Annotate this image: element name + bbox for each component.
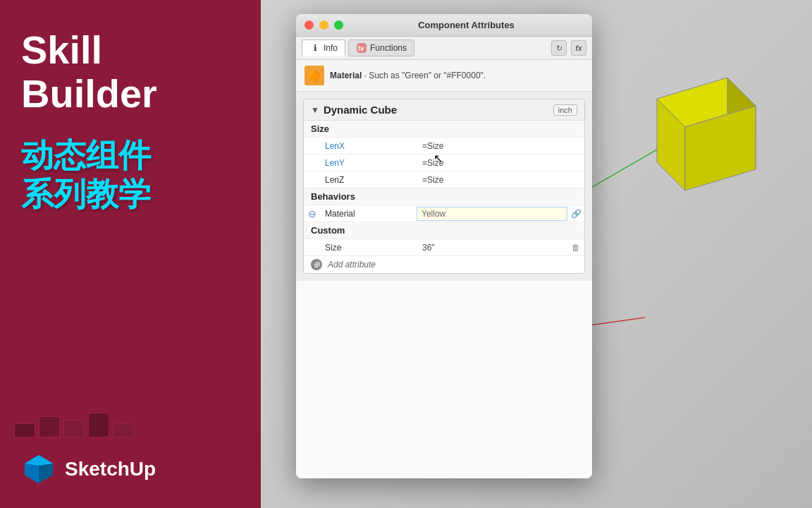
- chinese-line2: 系列教学: [21, 176, 151, 212]
- svg-marker-1: [25, 455, 53, 466]
- material-value[interactable]: Yellow: [417, 207, 567, 221]
- tab-functions-label: Functions: [370, 43, 407, 53]
- close-button[interactable]: [304, 20, 314, 30]
- toolbar-actions: ↻ fx: [551, 40, 586, 56]
- sketchup-brand-text: SketchUp: [65, 458, 156, 480]
- lenx-value: =Size: [417, 139, 584, 153]
- chinese-subtitle: 动态组件 系列教学: [21, 136, 240, 214]
- material-link-icon[interactable]: 🔗: [567, 209, 584, 219]
- left-panel: Skill Builder 动态组件 系列教学 SketchUp: [0, 0, 261, 508]
- title-line1: Skill: [21, 28, 102, 72]
- attributes-content: ▼ Dynamic Cube inch Size LenX =Size LenY…: [303, 99, 585, 274]
- size-section: Size LenX =Size LenY =Size LenZ =Si: [304, 121, 584, 188]
- desc-text: · Such as "Green" or "#FF0000".: [364, 71, 486, 80]
- lenx-row: LenX =Size: [304, 138, 584, 155]
- title-line2: Builder: [21, 71, 157, 116]
- size-attr-name[interactable]: Size: [318, 241, 417, 255]
- custom-section: Custom Size 36" 🗑: [304, 222, 584, 256]
- tab-functions[interactable]: fx Functions: [348, 40, 414, 56]
- component-name: Dynamic Cube: [324, 104, 553, 116]
- collapse-arrow-icon[interactable]: ▼: [311, 105, 319, 115]
- fx-icon: fx: [357, 43, 367, 53]
- empty-area: [296, 281, 592, 478]
- tab-info-label: Info: [324, 43, 338, 53]
- lenz-row: LenZ =Size: [304, 171, 584, 188]
- maximize-button[interactable]: [334, 20, 343, 30]
- cube-svg: [615, 56, 770, 212]
- minimize-button[interactable]: [319, 20, 328, 30]
- desc-icon: 🔶: [304, 66, 324, 85]
- behaviors-section: Behaviors ⊖ Material Yellow 🔗: [304, 188, 584, 222]
- window-titlebar: Component Attributes: [296, 14, 592, 37]
- chinese-line1: 动态组件: [21, 137, 151, 174]
- size-delete-icon[interactable]: 🗑: [567, 243, 584, 253]
- material-name[interactable]: Material: [318, 207, 417, 221]
- component-attributes-window: Component Attributes ℹ Info fx Functions: [296, 14, 592, 478]
- leny-row: LenY =Size: [304, 155, 584, 171]
- lenz-name[interactable]: LenZ: [318, 173, 417, 187]
- add-attribute-label: Add attribute: [328, 260, 376, 270]
- functions-icon: fx: [356, 42, 367, 54]
- skill-builder-title: Skill Builder: [21, 28, 240, 115]
- cubes-decoration: [14, 413, 134, 437]
- size-attr-value: 36": [417, 241, 567, 255]
- custom-section-header: Custom: [304, 222, 584, 239]
- description-bar: 🔶 Material · Such as "Green" or "#FF0000…: [296, 60, 592, 92]
- svg-marker-2: [39, 464, 53, 483]
- lenz-value: =Size: [417, 173, 584, 187]
- viewport: Component Attributes ℹ Info fx Functions: [261, 0, 812, 508]
- unit-selector[interactable]: inch: [553, 104, 577, 116]
- svg-marker-3: [25, 464, 39, 483]
- sketchup-branding: SketchUp: [21, 452, 156, 487]
- tab-info[interactable]: ℹ Info: [302, 40, 345, 56]
- add-attribute-icon: ⊕: [311, 259, 322, 270]
- sketchup-logo-icon: [21, 452, 56, 487]
- add-attribute-row[interactable]: ⊕ Add attribute: [304, 256, 584, 273]
- window-title: Component Attributes: [349, 20, 584, 30]
- size-row: Size 36" 🗑: [304, 239, 584, 256]
- material-row: ⊖ Material Yellow 🔗: [304, 205, 584, 222]
- behaviors-section-header: Behaviors: [304, 188, 584, 205]
- refresh-button[interactable]: ↻: [551, 40, 567, 56]
- 3d-cube: [615, 56, 770, 214]
- leny-name[interactable]: LenY: [318, 156, 417, 170]
- info-icon: ℹ: [309, 42, 321, 54]
- material-expand[interactable]: ⊖: [304, 208, 318, 219]
- leny-value: =Size: [417, 156, 584, 170]
- component-header: ▼ Dynamic Cube inch: [304, 99, 584, 121]
- tab-bar: ℹ Info fx Functions: [302, 40, 414, 56]
- lenx-name[interactable]: LenX: [318, 139, 417, 153]
- svg-text:fx: fx: [358, 45, 364, 52]
- size-section-header: Size: [304, 121, 584, 138]
- desc-bold-text: Material: [330, 71, 362, 80]
- window-toolbar: ℹ Info fx Functions ↻ fx: [296, 37, 592, 60]
- formula-button[interactable]: fx: [571, 40, 586, 56]
